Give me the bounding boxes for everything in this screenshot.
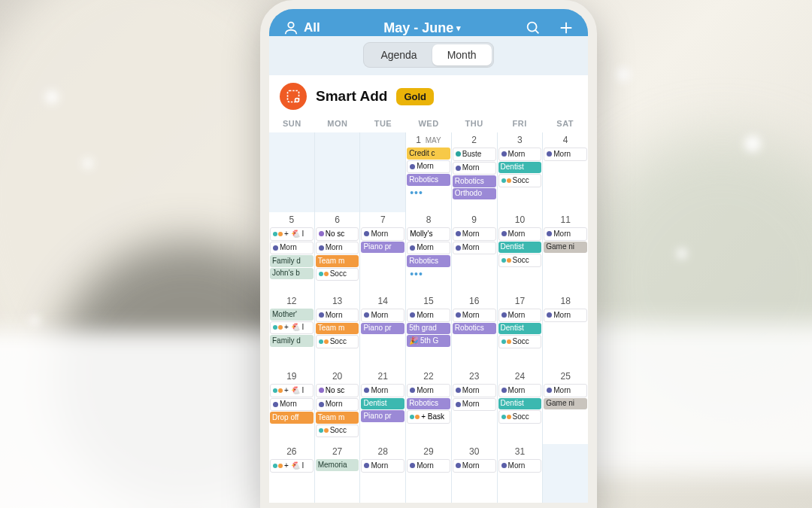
- calendar-cell[interactable]: 12Mother'+ 🐔 IFamily d: [269, 294, 314, 369]
- calendar-cell[interactable]: 5+ 🐔 IMornFamily dJohn's b: [269, 212, 314, 294]
- calendar-cell[interactable]: 8Molly's MornRobotics•••: [406, 212, 451, 294]
- event-pill[interactable]: Buste: [453, 148, 496, 161]
- event-pill[interactable]: Morn: [407, 459, 450, 473]
- event-pill[interactable]: Morn: [498, 148, 542, 161]
- event-pill[interactable]: Socc: [498, 335, 542, 348]
- event-pill[interactable]: Game ni: [544, 398, 587, 410]
- event-pill[interactable]: Morn: [316, 242, 359, 255]
- event-pill[interactable]: Family d: [270, 335, 314, 347]
- event-pill[interactable]: 🎉 5th G: [407, 335, 450, 347]
- event-pill[interactable]: Morn: [361, 227, 404, 241]
- event-pill[interactable]: Morn: [407, 309, 450, 322]
- event-pill[interactable]: Morn: [453, 459, 496, 473]
- event-pill[interactable]: No sc: [316, 227, 359, 241]
- calendar-cell[interactable]: 10MornDentistSocc: [498, 212, 543, 294]
- event-pill[interactable]: Robotics: [453, 175, 496, 187]
- event-pill[interactable]: Memoria: [316, 459, 359, 471]
- event-pill[interactable]: Morn: [453, 309, 496, 322]
- calendar-cell[interactable]: 30Morn: [452, 444, 497, 507]
- calendar-cell[interactable]: 3MornDentistSocc: [498, 132, 543, 212]
- calendar-cell[interactable]: 25MornGame ni: [543, 369, 588, 444]
- event-pill[interactable]: Team m: [316, 412, 359, 424]
- event-pill[interactable]: Piano pr: [361, 410, 404, 422]
- event-pill[interactable]: Morn: [544, 148, 587, 161]
- event-pill[interactable]: Morn: [453, 398, 496, 412]
- event-pill[interactable]: + Bask: [407, 410, 450, 424]
- event-pill[interactable]: Socc: [316, 424, 359, 438]
- event-pill[interactable]: Orthodo: [453, 188, 496, 200]
- calendar-cell[interactable]: 13MornTeam mSocc: [315, 294, 360, 369]
- calendar-cell[interactable]: 11MornGame ni: [543, 212, 588, 294]
- event-pill[interactable]: Robotics: [407, 398, 450, 410]
- calendar-cell[interactable]: 1 MAYCredit cMornRobotics•••: [406, 132, 451, 212]
- event-pill[interactable]: Piano pr: [361, 323, 404, 335]
- event-pill[interactable]: Dentist: [498, 162, 542, 174]
- event-pill[interactable]: Morn: [453, 162, 496, 175]
- event-pill[interactable]: 5th grad: [407, 323, 450, 335]
- event-pill[interactable]: Dentist: [361, 398, 404, 410]
- calendar-cell[interactable]: 26+ 🐔 I: [269, 444, 314, 507]
- event-pill[interactable]: Morn: [453, 242, 496, 255]
- search-icon[interactable]: [525, 20, 541, 36]
- event-pill[interactable]: Dentist: [498, 242, 542, 254]
- event-pill[interactable]: Mother': [270, 309, 314, 321]
- event-pill[interactable]: Morn: [361, 459, 404, 473]
- event-pill[interactable]: Morn: [270, 242, 314, 255]
- calendar-cell[interactable]: 6No scMornTeam mSocc: [315, 212, 360, 294]
- event-pill[interactable]: Socc: [316, 268, 359, 281]
- tab-month[interactable]: Month: [432, 44, 492, 65]
- event-pill[interactable]: + 🐔 I: [270, 321, 314, 335]
- event-pill[interactable]: Morn: [544, 227, 587, 241]
- event-pill[interactable]: Morn: [361, 384, 404, 397]
- calendar-cell[interactable]: 31Morn: [498, 444, 543, 507]
- calendar-cell[interactable]: 9MornMorn: [452, 212, 497, 294]
- event-pill[interactable]: Morn: [544, 384, 587, 397]
- event-pill[interactable]: Morn: [498, 309, 542, 322]
- calendar-cell[interactable]: 21MornDentistPiano pr: [360, 369, 405, 444]
- event-pill[interactable]: Team m: [316, 323, 359, 335]
- calendar-cell[interactable]: 27Memoria: [315, 444, 360, 507]
- event-pill[interactable]: Morn: [361, 309, 404, 322]
- event-pill[interactable]: Morn: [316, 309, 359, 322]
- event-pill[interactable]: Molly's: [407, 227, 450, 241]
- event-pill[interactable]: Socc: [498, 174, 542, 187]
- event-pill[interactable]: Game ni: [544, 242, 587, 254]
- add-icon[interactable]: [558, 20, 574, 36]
- event-pill[interactable]: Family d: [270, 255, 314, 267]
- event-pill[interactable]: Socc: [498, 254, 542, 267]
- calendar-cell[interactable]: 15Morn5th grad🎉 5th G: [406, 294, 451, 369]
- event-pill[interactable]: Drop off: [270, 412, 314, 424]
- more-events-indicator[interactable]: •••: [407, 268, 450, 280]
- calendar-cell[interactable]: 22MornRobotics+ Bask: [406, 369, 451, 444]
- filter-selector[interactable]: All: [283, 20, 320, 36]
- date-range-selector[interactable]: May - June▾: [320, 20, 525, 36]
- event-pill[interactable]: Morn: [316, 398, 359, 412]
- calendar-cell[interactable]: 23MornMorn: [452, 369, 497, 444]
- event-pill[interactable]: Morn: [453, 227, 496, 241]
- event-pill[interactable]: Morn: [407, 242, 450, 255]
- calendar-cell[interactable]: 14MornPiano pr: [360, 294, 405, 369]
- calendar-cell[interactable]: 20No scMornTeam mSocc: [315, 369, 360, 444]
- smart-add-row[interactable]: Smart Add Gold: [269, 75, 588, 116]
- event-pill[interactable]: Robotics: [453, 323, 496, 335]
- event-pill[interactable]: Team m: [316, 255, 359, 267]
- event-pill[interactable]: No sc: [316, 384, 359, 397]
- event-pill[interactable]: Morn: [453, 384, 496, 397]
- calendar-cell[interactable]: 16MornRobotics: [452, 294, 497, 369]
- event-pill[interactable]: Morn: [498, 227, 542, 241]
- event-pill[interactable]: Socc: [498, 410, 542, 424]
- event-pill[interactable]: Dentist: [498, 323, 542, 335]
- tab-agenda[interactable]: Agenda: [365, 44, 432, 65]
- event-pill[interactable]: + 🐔 I: [270, 227, 314, 241]
- event-pill[interactable]: Dentist: [498, 398, 542, 410]
- calendar-cell[interactable]: 17MornDentistSocc: [498, 294, 543, 369]
- event-pill[interactable]: Morn: [270, 398, 314, 412]
- event-pill[interactable]: + 🐔 I: [270, 384, 314, 397]
- calendar-cell[interactable]: 24MornDentistSocc: [498, 369, 543, 444]
- event-pill[interactable]: Robotics: [407, 255, 450, 267]
- calendar-cell[interactable]: 29Morn: [406, 444, 451, 507]
- event-pill[interactable]: Morn: [407, 160, 450, 174]
- event-pill[interactable]: Robotics: [407, 174, 450, 186]
- calendar-cell[interactable]: 28Morn: [360, 444, 405, 507]
- calendar-cell[interactable]: 4Morn: [543, 132, 588, 212]
